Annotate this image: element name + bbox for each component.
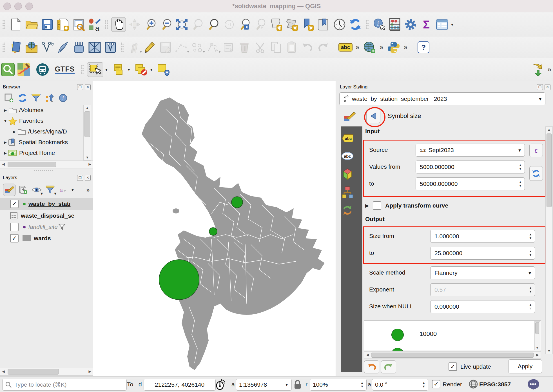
quickmap-services-icon[interactable] [17, 63, 31, 77]
apply-button[interactable]: Apply [508, 359, 542, 373]
toggle-editing-icon[interactable] [143, 40, 157, 54]
save-layer-edits-icon[interactable] [159, 40, 173, 54]
new-print-layout-icon[interactable] [56, 17, 70, 32]
open-attribute-table-icon[interactable] [435, 17, 449, 32]
crs-label[interactable]: EPSG:3857 [479, 381, 511, 388]
open-project-icon[interactable] [24, 17, 39, 32]
toolbar-overflow[interactable]: » [548, 66, 551, 74]
osm-place-search-icon[interactable] [1, 63, 15, 77]
spin-arrows[interactable]: ▲▼ [420, 379, 428, 390]
expander-icon[interactable]: ▶ [11, 130, 17, 134]
transform-curve-row[interactable]: ▶ Apply transform curve [365, 201, 448, 210]
filter-browser-icon[interactable] [30, 92, 42, 104]
new-shapefile-layer-icon[interactable] [56, 40, 70, 54]
spin-arrows[interactable]: ▲▼ [526, 230, 535, 242]
3d-view-tab-icon[interactable] [341, 168, 354, 181]
toolbar-handle[interactable] [81, 64, 84, 75]
help-icon[interactable]: ? [416, 40, 431, 54]
delete-selected-icon[interactable] [237, 40, 251, 54]
cut-features-icon[interactable] [253, 40, 267, 54]
transit-router-icon[interactable] [35, 63, 50, 77]
expression-button[interactable]: ε [529, 144, 543, 157]
zoom-last-icon[interactable] [238, 17, 252, 32]
browser-item-project-home[interactable]: ▶ Project Home [0, 148, 83, 158]
digitize-with-segment-icon[interactable]: ▼ [174, 40, 188, 54]
pan-to-selection-icon[interactable] [128, 17, 142, 32]
exponent-spinbox[interactable]: 0.57 ▲▼ [430, 283, 535, 296]
toolbar-handle[interactable] [2, 19, 6, 30]
layout-manager-icon[interactable] [72, 17, 86, 32]
lock-scale-icon[interactable] [293, 379, 302, 391]
browser-vscrollbar[interactable]: ▲ ▼ [83, 105, 91, 161]
size-null-spinbox[interactable]: 0.000000 ▲▼ [430, 300, 535, 313]
zoom-in-icon[interactable] [143, 17, 157, 32]
add-group-icon[interactable] [17, 184, 29, 196]
options-gear-icon[interactable] [403, 17, 418, 32]
new-3d-map-view-icon[interactable] [285, 17, 299, 32]
identify-features-icon[interactable]: i [372, 17, 386, 32]
values-to-spinbox[interactable]: 50000.000000 ▲▼ [416, 177, 525, 190]
live-update-checkbox[interactable]: ✓ [449, 362, 457, 371]
modify-attributes-icon[interactable] [222, 40, 236, 54]
undo-icon[interactable] [300, 40, 315, 54]
legend-hscrollbar[interactable]: ◀ ▶ [364, 351, 541, 359]
layers-toolbar-overflow[interactable]: » [86, 187, 90, 193]
browser-item-volumes[interactable]: ▶ /Volumes [0, 105, 83, 115]
add-vector-layer-icon[interactable] [40, 40, 54, 54]
style-manager-icon[interactable]: a [88, 17, 102, 32]
data-source-manager-icon[interactable] [9, 40, 23, 54]
refresh-map-icon[interactable] [348, 17, 362, 32]
zoom-full-icon[interactable] [175, 17, 189, 32]
crs-globe-icon[interactable] [469, 379, 478, 390]
refresh-browser-icon[interactable] [17, 92, 28, 104]
paste-features-icon[interactable] [285, 40, 299, 54]
undo-style-button[interactable] [364, 360, 379, 373]
toolbar-handle[interactable] [2, 42, 6, 52]
callouts-tab-icon[interactable]: abc [341, 150, 354, 163]
open-layer-styling-icon[interactable] [3, 184, 15, 196]
layer-row-wards[interactable]: ✓ wards [0, 233, 93, 244]
style-history-tab-icon[interactable] [341, 186, 354, 199]
layer-select-combo[interactable]: waste_by_station_september _2023 ▼ [339, 92, 545, 105]
expander-icon[interactable]: ▶ [2, 151, 8, 155]
transform-curve-checkbox[interactable] [373, 201, 381, 210]
messages-icon[interactable] [527, 379, 539, 391]
float-panel-icon[interactable]: ❐ [537, 84, 543, 90]
back-button[interactable] [366, 109, 380, 123]
rotation-spinbox[interactable]: 0.0 ° ▲▼ [372, 379, 428, 391]
toolbar-overflow[interactable]: » [356, 43, 359, 51]
redo-icon[interactable] [316, 40, 330, 54]
copy-features-icon[interactable] [269, 40, 283, 54]
coordinate-box[interactable]: 2122257,-4026140 [144, 379, 216, 391]
expander-icon[interactable]: ▼ [2, 119, 8, 123]
layer-checkbox[interactable]: ✓ [10, 200, 19, 208]
new-project-icon[interactable] [9, 17, 23, 32]
size-to-spinbox[interactable]: 25.000000 ▲▼ [430, 247, 535, 260]
scale-method-combo[interactable]: Flannery ▼ [430, 266, 535, 279]
add-circular-string-icon[interactable]: ▼ [190, 40, 204, 54]
toolbar-handle[interactable] [365, 19, 369, 30]
layer-row-waste-disposal[interactable]: waste_disposal_se [0, 210, 93, 221]
layer-checkbox[interactable]: ✓ [10, 234, 19, 242]
deselect-features-dropdown[interactable]: ▼ [150, 67, 153, 72]
expander-icon[interactable]: ▶ [2, 140, 8, 144]
layers-hscrollbar[interactable]: ◀ ▶ [0, 368, 93, 376]
labels-tab-icon[interactable]: abc [341, 132, 354, 145]
toolbar-overflow[interactable]: » [404, 43, 407, 51]
spin-arrows[interactable]: ▲▼ [516, 178, 525, 190]
layer-row-landfill-sites[interactable]: landfill_site [0, 221, 93, 233]
expression-filter-dropdown[interactable]: ▼ [71, 188, 75, 192]
legend-preview[interactable]: 10000 ▼ [364, 320, 541, 351]
close-panel-icon[interactable]: ✕ [85, 84, 91, 90]
toolbar-handle[interactable] [105, 19, 108, 30]
new-spatial-bookmark-icon[interactable] [301, 17, 315, 32]
new-map-view-icon[interactable] [269, 17, 284, 32]
manage-map-themes-icon[interactable]: ▼ [31, 184, 43, 196]
panel-splitter[interactable] [0, 168, 93, 172]
browser-hscrollbar[interactable]: ◀ ▶ [0, 161, 93, 168]
float-panel-icon[interactable]: ❐ [77, 175, 83, 181]
styling-vscrollbar[interactable]: ▲ ▼ [545, 126, 553, 354]
legend-vscrollbar[interactable]: ▼ [534, 321, 540, 350]
layer-labeling-icon[interactable]: abc [338, 40, 353, 54]
magnifier-spinbox[interactable]: 100% ▲▼ [310, 379, 367, 391]
